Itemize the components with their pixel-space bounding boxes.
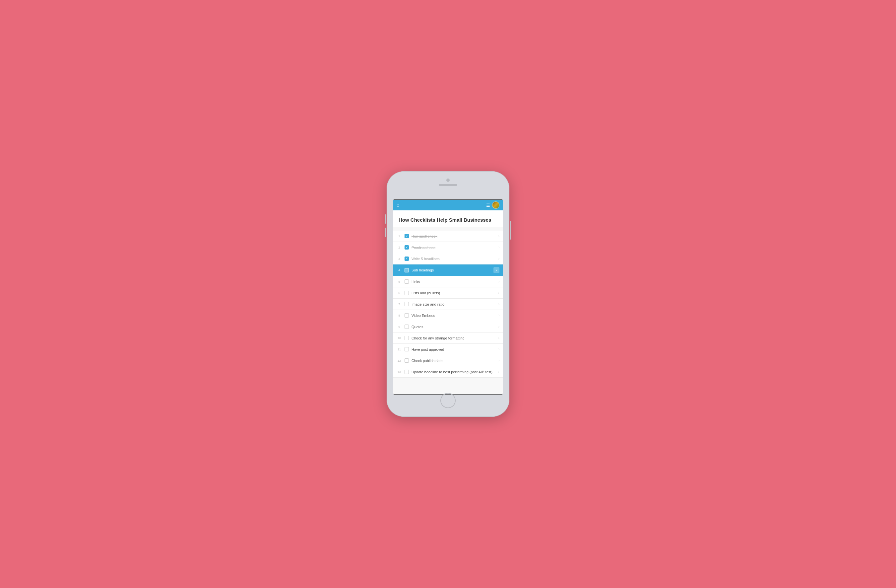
checklist-title-area: How Checklists Help Small Businesses [393, 210, 503, 227]
item-label: Write 5 headlines [411, 257, 498, 261]
checklist-item[interactable]: 10Check for any strange formatting› [393, 332, 503, 344]
item-checkbox[interactable] [405, 370, 409, 374]
item-label: Quotes [411, 325, 498, 329]
phone-frame: ⌂ ☰ How Checklists Help Small Businesses… [387, 171, 509, 417]
phone-top-bar [439, 178, 457, 186]
checklist-item[interactable]: 9Quotes› [393, 321, 503, 332]
phone-bottom-bar [440, 393, 456, 408]
item-label: Video Embeds [411, 314, 498, 318]
item-checkbox[interactable] [405, 245, 409, 250]
item-number: 8 [396, 314, 402, 317]
item-arrow-icon[interactable]: › [498, 280, 500, 283]
app-header: ⌂ ☰ [393, 200, 503, 210]
power-button [510, 221, 511, 239]
item-number: 11 [396, 348, 402, 351]
item-number: 5 [396, 280, 402, 283]
item-label: Links [411, 280, 498, 284]
item-number: 4 [396, 268, 402, 272]
item-checkbox[interactable] [405, 234, 409, 238]
item-checkbox[interactable] [405, 324, 409, 329]
item-checkbox[interactable] [405, 313, 409, 318]
item-checkbox[interactable] [405, 302, 409, 306]
checklist-item[interactable]: 3Write 5 headlines› [393, 253, 503, 265]
checklist-item[interactable]: 7Image size and ratio› [393, 299, 503, 310]
checklist-item[interactable]: 4Sub headings› [393, 265, 503, 276]
item-arrow-icon[interactable]: › [498, 291, 500, 295]
checklist-item[interactable]: 8Video Embeds› [393, 310, 503, 321]
checklist-title: How Checklists Help Small Businesses [399, 217, 497, 222]
item-number: 1 [396, 235, 402, 238]
settings-icon[interactable]: ☰ [486, 203, 490, 208]
item-number: 2 [396, 246, 402, 249]
item-arrow-icon[interactable]: › [494, 267, 500, 273]
item-arrow-icon[interactable]: › [498, 336, 500, 340]
checklist-item[interactable]: 6Lists and (bullets)› [393, 287, 503, 299]
app-content: How Checklists Help Small Businesses 1Ru… [393, 210, 503, 394]
item-number: 3 [396, 257, 402, 260]
item-label: Update headline to best performing (post… [411, 370, 498, 374]
checklist-item[interactable]: 5Links› [393, 276, 503, 287]
checklist-items: 1Run spell check›2Proofread post›3Write … [393, 231, 503, 378]
item-arrow-icon[interactable]: › [498, 359, 500, 363]
item-checkbox[interactable] [405, 358, 409, 363]
volume-button-2 [385, 228, 386, 237]
home-icon[interactable]: ⌂ [396, 203, 399, 208]
item-label: Sub headings [411, 268, 494, 272]
item-number: 10 [396, 337, 402, 340]
item-arrow-icon[interactable]: › [498, 347, 500, 351]
item-arrow-icon[interactable]: › [498, 234, 500, 238]
front-camera [446, 178, 450, 182]
user-avatar[interactable] [492, 201, 500, 209]
item-label: Run spell check [411, 234, 498, 238]
item-arrow-icon[interactable]: › [498, 257, 500, 260]
checklist-item[interactable]: 13Update headline to best performing (po… [393, 366, 503, 378]
item-arrow-icon[interactable]: › [498, 302, 500, 306]
item-number: 7 [396, 303, 402, 306]
speaker-grill [439, 184, 457, 186]
item-checkbox[interactable] [405, 256, 409, 261]
item-number: 6 [396, 291, 402, 295]
item-arrow-icon[interactable]: › [498, 245, 500, 249]
checklist-item[interactable]: 11Have post approved› [393, 344, 503, 355]
item-checkbox[interactable] [405, 279, 409, 284]
item-checkbox[interactable] [405, 336, 409, 340]
item-label: Check for any strange formatting [411, 336, 498, 340]
checklist-item[interactable]: 1Run spell check› [393, 231, 503, 242]
item-checkbox[interactable] [405, 347, 409, 351]
item-label: Proofread post [411, 245, 498, 250]
checklist-item[interactable]: 2Proofread post› [393, 242, 503, 253]
item-label: Check publish date [411, 359, 498, 363]
header-right-icons: ☰ [486, 201, 500, 209]
item-number: 13 [396, 370, 402, 374]
checklist-item[interactable]: 12Check publish date› [393, 355, 503, 366]
home-button[interactable] [440, 393, 456, 408]
item-number: 12 [396, 359, 402, 363]
item-checkbox[interactable] [405, 291, 409, 295]
item-checkbox[interactable] [405, 268, 409, 273]
item-arrow-icon[interactable]: › [498, 314, 500, 317]
item-label: Have post approved [411, 347, 498, 351]
item-label: Image size and ratio [411, 302, 498, 306]
item-number: 9 [396, 325, 402, 329]
volume-button-1 [385, 214, 386, 224]
item-arrow-icon[interactable]: › [498, 370, 500, 374]
item-arrow-icon[interactable]: › [498, 325, 500, 329]
item-label: Lists and (bullets) [411, 291, 498, 295]
phone-screen: ⌂ ☰ How Checklists Help Small Businesses… [393, 200, 503, 395]
